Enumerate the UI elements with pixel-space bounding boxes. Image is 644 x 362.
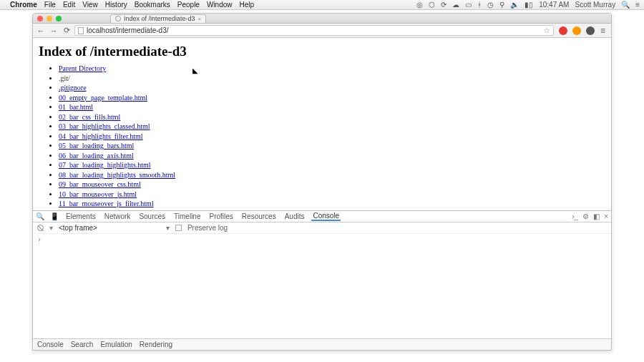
dropbox-icon[interactable]: ⬡ xyxy=(429,1,435,9)
drawer-tab-rendering[interactable]: Rendering xyxy=(140,341,172,348)
list-item: .git/ xyxy=(59,74,605,84)
devtools-tab-timeline[interactable]: Timeline xyxy=(172,212,202,220)
bluetooth-icon[interactable]: ᚼ xyxy=(477,1,482,9)
list-item: 11_bar_mouseover_js_filter.html xyxy=(59,199,605,209)
tab-title: Index of /intermediate-d3 xyxy=(124,15,195,22)
console-body[interactable]: › xyxy=(33,234,611,338)
file-link[interactable]: 05_bar_loading_bars.html xyxy=(59,142,134,150)
menubar-file[interactable]: File xyxy=(44,1,56,9)
wifi-icon[interactable]: ⚲ xyxy=(499,1,504,9)
file-link[interactable]: 04_bar_highlights_filter.html xyxy=(59,132,143,140)
user-name[interactable]: Scott Murray xyxy=(575,1,615,9)
tab-close-icon[interactable]: × xyxy=(198,16,202,22)
notifications-icon[interactable]: ≡ xyxy=(635,1,640,9)
inspect-icon[interactable]: 🔍 xyxy=(36,212,44,220)
menubar-help[interactable]: Help xyxy=(240,1,255,9)
devtools-dock-icon[interactable]: ◧ xyxy=(593,212,600,220)
file-link[interactable]: 09_bar_mouseover_css.html xyxy=(59,180,141,188)
devtools-tab-audits[interactable]: Audits xyxy=(283,212,306,220)
file-link[interactable]: 11_bar_mouseover_js_filter.html xyxy=(59,200,154,207)
display-icon[interactable]: ▭ xyxy=(465,1,472,9)
titlebar: Index of /intermediate-d3 × xyxy=(33,14,611,24)
file-link[interactable]: 02_bar_css_fills.html xyxy=(59,113,120,121)
window-close[interactable] xyxy=(37,16,43,21)
cloud-icon[interactable]: ☁ xyxy=(452,1,459,9)
address-bar[interactable]: localhost/intermediate-d3/ ☆ xyxy=(74,25,554,36)
drawer-tab-search[interactable]: Search xyxy=(71,341,94,348)
file-link[interactable]: .gitignore xyxy=(59,84,87,92)
console-prompt: › xyxy=(37,235,42,243)
menubar-bookmarks[interactable]: Bookmarks xyxy=(135,1,170,9)
extension-icon-3[interactable] xyxy=(586,26,595,35)
devtools-settings-icon[interactable]: ⚙ xyxy=(582,212,589,220)
file-link[interactable]: 01_bar.html xyxy=(59,103,93,111)
clock[interactable]: 10:47 AM xyxy=(539,1,569,9)
preserve-log-checkbox[interactable] xyxy=(175,225,182,231)
filter-icon[interactable]: ▾ xyxy=(49,224,53,232)
list-item: 06_bar_loading_axis.html xyxy=(59,151,605,161)
status-icon[interactable]: ◎ xyxy=(416,1,423,9)
menubar-edit[interactable]: Edit xyxy=(63,1,75,9)
clear-console-icon[interactable] xyxy=(37,225,44,231)
list-item: 08_bar_loading_highlights_smooth.html xyxy=(59,170,605,180)
devtools-tab-sources[interactable]: Sources xyxy=(137,212,167,220)
devtools-tab-profiles[interactable]: Profiles xyxy=(208,212,234,220)
file-link[interactable]: 08_bar_loading_highlights_smooth.html xyxy=(59,171,175,179)
devtools-panel: 🔍 📱 Elements Network Sources Timeline Pr… xyxy=(33,210,611,350)
window-minimize[interactable] xyxy=(47,16,52,21)
devtools-tab-network[interactable]: Network xyxy=(103,212,132,220)
directory-listing: Parent Directory.git/.gitignore00_empty_… xyxy=(39,64,605,210)
chrome-menu-button[interactable]: ≡ xyxy=(600,26,605,36)
window-controls xyxy=(37,16,62,21)
extension-icon-1[interactable] xyxy=(559,26,567,35)
file-link[interactable]: 00_empty_page_template.html xyxy=(59,94,147,102)
devtools-close-icon[interactable]: × xyxy=(604,212,608,220)
devtools-tab-console[interactable]: Console xyxy=(311,212,341,221)
file-label: .git/ xyxy=(59,74,70,82)
timemachine-icon[interactable]: ◷ xyxy=(487,1,494,9)
file-link[interactable]: 03_bar_highlights_classed.html xyxy=(59,122,150,130)
preserve-log-label: Preserve log xyxy=(187,224,228,232)
frame-selector[interactable]: <top frame> xyxy=(59,224,97,232)
forward-button[interactable]: → xyxy=(49,26,59,36)
browser-window: Index of /intermediate-d3 × ← → ⟳ localh… xyxy=(32,13,612,351)
page-content: Index of /intermediate-d3 Parent Directo… xyxy=(33,38,611,210)
menubar-window[interactable]: Window xyxy=(207,1,233,9)
devtools-tab-resources[interactable]: Resources xyxy=(240,212,278,220)
spotlight-icon[interactable]: 🔍 xyxy=(621,1,630,9)
list-item: 01_bar.html xyxy=(59,102,605,112)
mac-menubar: Chrome File Edit View History Bookmarks … xyxy=(0,0,644,10)
window-maximize[interactable] xyxy=(56,16,62,21)
file-link[interactable]: 06_bar_loading_axis.html xyxy=(59,152,134,160)
menubar-app[interactable]: Chrome xyxy=(10,1,37,9)
reload-button[interactable]: ⟳ xyxy=(62,26,72,36)
battery-icon[interactable]: ▮▯ xyxy=(525,1,533,9)
file-link[interactable]: Parent Directory xyxy=(59,64,106,72)
devtools-tabs: 🔍 📱 Elements Network Sources Timeline Pr… xyxy=(33,211,611,222)
bookmark-star-icon[interactable]: ☆ xyxy=(544,26,550,34)
list-item: 07_bar_loading_highlights.html xyxy=(59,160,605,170)
list-item: 04_bar_highlights_filter.html xyxy=(59,132,605,142)
volume-icon[interactable]: 🔈 xyxy=(510,1,519,9)
menubar-view[interactable]: View xyxy=(82,1,98,9)
device-icon[interactable]: 📱 xyxy=(50,212,59,220)
extension-icon-2[interactable] xyxy=(572,26,581,35)
devtools-drawer-tabs: Console Search Emulation Rendering xyxy=(33,338,611,350)
browser-tab[interactable]: Index of /intermediate-d3 × xyxy=(110,14,206,23)
list-item: 09_bar_mouseover_css.html xyxy=(59,180,605,190)
drawer-tab-console[interactable]: Console xyxy=(37,341,64,348)
sync-icon[interactable]: ⟳ xyxy=(441,1,447,9)
list-item: 02_bar_css_fills.html xyxy=(59,112,605,122)
menubar-history[interactable]: History xyxy=(105,1,127,9)
file-link[interactable]: 10_bar_mouseover_js.html xyxy=(59,190,137,198)
devtools-tab-elements[interactable]: Elements xyxy=(64,212,97,220)
menubar-people[interactable]: People xyxy=(177,1,200,9)
devtools-drawer-toggle-icon[interactable]: ›_ xyxy=(572,212,578,220)
file-link[interactable]: 07_bar_loading_highlights.html xyxy=(59,161,151,169)
page-heading: Index of /intermediate-d3 xyxy=(39,44,605,59)
drawer-tab-emulation[interactable]: Emulation xyxy=(100,341,132,348)
url-text: localhost/intermediate-d3/ xyxy=(87,26,169,34)
back-button[interactable]: ← xyxy=(36,26,46,36)
frame-dropdown-icon[interactable]: ▾ xyxy=(166,224,170,232)
list-item: .gitignore xyxy=(59,83,605,93)
